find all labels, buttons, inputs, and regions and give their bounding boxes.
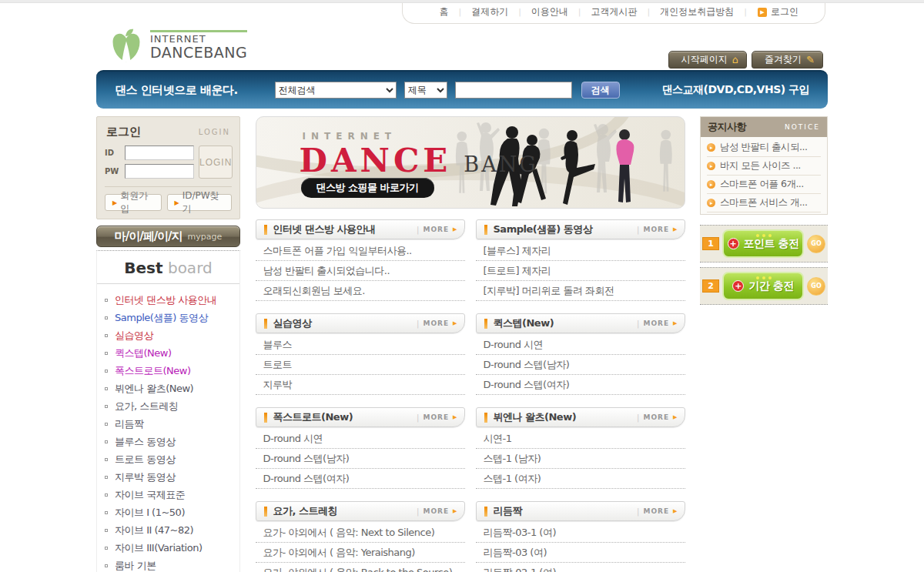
logo[interactable]: INTERNET DANCEBANG [109,27,247,64]
board-post-link[interactable]: D-round 시연 [476,335,685,355]
sidebar-board-link[interactable]: 지루박 동영상 [105,468,236,486]
sidebar-board-link[interactable]: 뷔엔나 왈츠(New) [105,380,236,397]
board-post-link[interactable]: D-round 스텝(남자) [476,355,685,375]
sidebar-board-link[interactable]: 자이브 III(Variation) [105,539,236,557]
id-field[interactable] [125,146,194,160]
plus-icon: + [728,238,739,249]
sidebar-board-link[interactable]: 트로트 동영상 [105,450,236,468]
decor-dots [756,234,759,237]
square-bullet-icon [105,493,108,497]
sidebar-board-link[interactable]: 실습영상 [105,326,236,344]
top-nav-link[interactable]: 이용안내 [521,5,578,18]
board-post-link[interactable]: D-round 스텝(남자) [256,449,465,469]
board-header: 요가, 스트레칭 |MORE▶ [256,501,465,521]
more-link[interactable]: |MORE▶ [637,226,677,234]
square-bullet-icon [105,316,108,319]
logo-text-bottom: DANCEBANG [150,45,247,61]
board-post-link[interactable]: 요가- 야외에서 ( 음악: Yeraishang) [256,543,465,563]
top-nav-link[interactable]: 고객게시판 [581,5,648,18]
favorites-button[interactable]: 즐겨찾기 ✎ [752,51,823,69]
search-button[interactable]: 검색 [581,82,620,99]
sidebar-board-link[interactable]: Sample(샘플) 동영상 [105,309,236,326]
more-link[interactable]: |MORE▶ [637,413,677,422]
top-nav-login[interactable]: ▶ 로그인 [747,5,802,18]
board-post-link[interactable]: D-round 스텝(여자) [256,469,465,489]
sidebar-board-link[interactable]: 룸바 기본 [105,557,236,572]
board-post-link[interactable]: D-round 시연 [256,429,465,449]
sidebar-board-link[interactable]: 리듬짝 [105,415,236,433]
top-nav-link[interactable]: 결제하기 [461,5,518,18]
sidebar-board-link[interactable]: 자이브 국제표준 [105,486,236,503]
signup-button[interactable]: ▶ 회원가입 [105,194,162,211]
board-post-link[interactable]: [블루스] 제자리 [476,241,685,261]
more-link[interactable]: |MORE▶ [637,507,677,516]
go-button[interactable]: GO [807,235,825,253]
notice-item-link[interactable]: ▸바지 모든 사이즈 ... [707,157,821,176]
board-post-link[interactable]: 요가- 야외에서 ( 음악: Back to the Source) [256,563,465,572]
sidebar-board-link[interactable]: 폭스트로트(New) [105,362,236,380]
orange-bar-icon [484,319,487,329]
board-post-link[interactable]: 스텝-1 (남자) [476,449,685,469]
more-arrow-icon: ▶ [453,226,457,232]
sidebar-board-link[interactable]: 요가, 스트레칭 [105,397,236,415]
shop-link-button[interactable]: 댄스방 쇼핑몰 바로가기 [301,178,434,198]
more-link[interactable]: |MORE▶ [417,507,457,516]
board-post-link[interactable]: 지루박 [256,375,465,395]
main-banner: INTERNET DANCE BANG 댄스방 쇼핑몰 바로가기 [256,116,685,209]
go-button[interactable]: GO [807,277,825,296]
login-submit-button[interactable]: LOGIN [199,146,233,179]
pw-field[interactable] [125,164,194,179]
notice-item-link[interactable]: ▸스마트폰 서비스 개... [707,194,821,212]
sidebar-board-link[interactable]: 자이브 II (47~82) [105,521,236,539]
top-nav-link[interactable]: 홈 [429,5,458,18]
board-post-link[interactable]: [지루박] 머리위로 돌려 좌회전 [476,281,685,301]
square-bullet-icon [105,529,108,532]
board-yoga-stretching: 요가, 스트레칭 |MORE▶ 요가- 야외에서 ( 음악: Next to S… [256,501,465,572]
notice-item-link[interactable]: ▸스마트폰 어플 6개... [707,176,821,194]
sidebar-board-link[interactable]: 퀵스텝(New) [105,344,236,362]
board-post-link[interactable]: 시연-1 [476,429,685,449]
board-post-link[interactable]: 스마트폰 어플 가입 익일부터사용.. [256,241,465,261]
notice-item-link[interactable]: ▸남성 반팔티 출시되... [707,139,821,157]
more-link[interactable]: |MORE▶ [417,319,457,328]
board-post-link[interactable]: 오래되신회원님 보세요. [256,281,465,301]
orange-bar-icon [264,507,267,517]
board-post-link[interactable]: 남성 반팔티 출시되었습니다.. [256,261,465,281]
board-vienna-waltz: 뷔엔나 왈츠(New) |MORE▶ 시연-1스텝-1 (남자)스텝-1 (여자… [476,407,685,489]
board-post-link[interactable]: 블루스 [256,335,465,355]
sidebar-board-link[interactable]: 블루스 동영상 [105,433,236,450]
top-nav-links: 홈|결제하기|이용안내|고객게시판|개인정보취급방침| [429,5,747,18]
board-post-link[interactable]: 스텝-1 (여자) [476,469,685,489]
more-link[interactable]: |MORE▶ [417,226,457,234]
more-link[interactable]: |MORE▶ [417,413,457,422]
board-header: 리듬짝 |MORE▶ [476,501,685,521]
sidebar-board-link[interactable]: 인터넷 댄스방 사용안내 [105,291,236,309]
purchase-link[interactable]: 댄스교재(DVD,CD,VHS) 구입 [662,83,809,97]
charge-banner[interactable]: 2+기간 충전GO [700,267,828,305]
mypage-bar[interactable]: 마/이/페/이/지 mypage [96,226,240,247]
search-field-select[interactable]: 제목 [404,82,447,99]
top-nav: 홈|결제하기|이용안내|고객게시판|개인정보취급방침| ▶ 로그인 [402,3,825,24]
square-bullet-icon [105,547,108,550]
charge-banner[interactable]: 1+포인트 충전GO [700,225,828,263]
board-post-link[interactable]: 트로트 [256,355,465,375]
board-post-link[interactable]: [트로트] 제자리 [476,261,685,281]
search-input[interactable] [455,82,572,99]
board-post-link[interactable]: 리듬짝-03-1 (여) [476,523,685,543]
quick-buttons: 시작페이지 ⌂ 즐겨찾기 ✎ [668,51,823,69]
search-scope-select[interactable]: 전체검색 [275,82,397,99]
find-idpw-button[interactable]: ▶ ID/PW찾기 [167,194,232,211]
bookmark-icon: ✎ [806,55,815,65]
orange-bar-icon [264,225,267,235]
more-arrow-icon: ▶ [453,414,457,420]
more-link[interactable]: |MORE▶ [637,319,677,328]
square-bullet-icon [105,370,108,373]
notice-bullet-icon: ▸ [707,162,715,170]
board-post-link[interactable]: D-round 스텝(여자) [476,375,685,395]
top-nav-link[interactable]: 개인정보취급방침 [650,5,744,18]
start-page-button[interactable]: 시작페이지 ⌂ [668,51,747,69]
board-post-link[interactable]: 리듬짝-02-1 (여) [476,563,685,572]
sidebar-board-link[interactable]: 자이브 I (1~50) [105,503,236,521]
board-post-link[interactable]: 요가- 야외에서 ( 음악: Next to Silence) [256,523,465,543]
board-post-link[interactable]: 리듬짝-03 (여) [476,543,685,563]
